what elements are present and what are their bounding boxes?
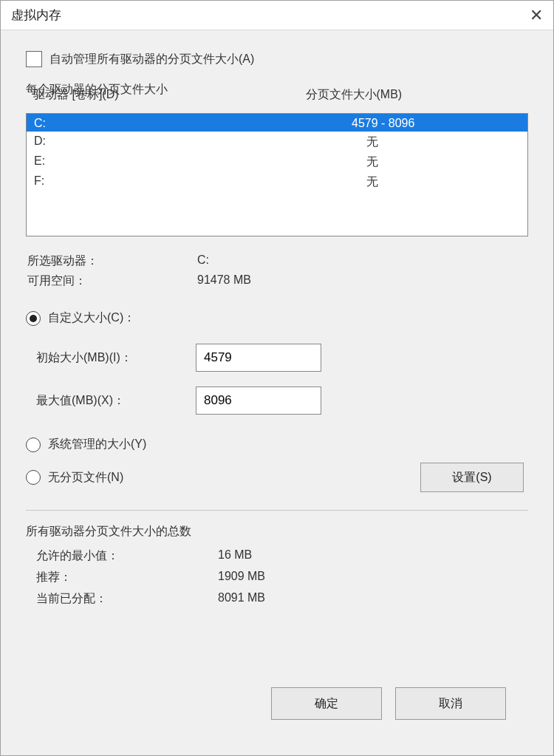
drive-paging-size: 4579 - 8096 <box>305 117 527 130</box>
cancel-button[interactable]: 取消 <box>395 687 506 720</box>
min-allowed-label: 允许的最小值： <box>36 548 218 564</box>
available-space-value: 91478 MB <box>197 273 527 289</box>
drive-name: C: <box>34 117 305 130</box>
custom-size-option[interactable]: 自定义大小(C)： <box>26 304 528 332</box>
radio-no-paging[interactable] <box>26 470 41 485</box>
recommended-label: 推荐： <box>36 570 218 585</box>
dialog-buttons: 确定 取消 <box>26 674 528 738</box>
window-title: 虚拟内存 <box>11 7 61 24</box>
drive-row[interactable]: F:无 <box>27 171 527 191</box>
drive-paging-size: 无 <box>305 174 527 190</box>
no-paging-label: 无分页文件(N) <box>48 470 123 486</box>
max-size-label: 最大值(MB)(X)： <box>36 393 196 409</box>
recommended-value: 1909 MB <box>218 570 527 585</box>
titlebar: 虚拟内存 ✕ <box>1 1 553 30</box>
custom-size-inputs: 初始大小(MB)(I)： 最大值(MB)(X)： <box>26 336 528 422</box>
selected-drive-value: C: <box>197 253 527 269</box>
drive-paging-size: 无 <box>305 154 527 170</box>
initial-size-input[interactable] <box>196 344 321 372</box>
auto-manage-row[interactable]: 自动管理所有驱动器的分页文件大小(A) <box>26 51 528 67</box>
radio-custom-size[interactable] <box>26 311 41 326</box>
drive-row[interactable]: C:4579 - 8096 <box>27 114 527 132</box>
selected-drive-label: 所选驱动器： <box>27 253 197 269</box>
totals-title: 所有驱动器分页文件大小的总数 <box>26 524 528 539</box>
current-allocated-value: 8091 MB <box>218 591 527 607</box>
drive-paging-size: 无 <box>305 134 527 150</box>
custom-size-label: 自定义大小(C)： <box>48 310 135 326</box>
drive-name: F: <box>34 174 305 190</box>
column-drive: 驱动器 [卷标](D) <box>33 87 306 103</box>
max-size-input[interactable] <box>196 386 321 415</box>
auto-manage-checkbox[interactable] <box>26 51 42 67</box>
close-icon[interactable]: ✕ <box>513 6 543 25</box>
drive-name: E: <box>34 154 305 170</box>
ok-button[interactable]: 确定 <box>271 687 382 720</box>
virtual-memory-dialog: 虚拟内存 ✕ 自动管理所有驱动器的分页文件大小(A) 每个驱动器的分页文件大小 … <box>0 0 554 756</box>
drive-row[interactable]: E:无 <box>27 151 527 171</box>
drive-name: D: <box>34 134 305 150</box>
system-managed-label: 系统管理的大小(Y) <box>48 437 146 452</box>
selected-drive-info: 所选驱动器： C: 可用空间： 91478 MB <box>26 248 528 294</box>
radio-system-managed[interactable] <box>26 437 41 452</box>
available-space-label: 可用空间： <box>27 273 197 289</box>
drive-row[interactable]: D:无 <box>27 132 527 151</box>
column-size: 分页文件大小(MB) <box>306 87 529 103</box>
drive-list[interactable]: C:4579 - 8096D:无E:无F:无 <box>26 113 528 236</box>
system-managed-option[interactable]: 系统管理的大小(Y) <box>26 431 528 458</box>
drive-list-header: 驱动器 [卷标](D) 分页文件大小(MB) <box>26 87 528 106</box>
current-allocated-label: 当前已分配： <box>36 591 218 607</box>
auto-manage-label: 自动管理所有驱动器的分页文件大小(A) <box>49 52 254 67</box>
initial-size-label: 初始大小(MB)(I)： <box>36 350 196 366</box>
totals-section: 所有驱动器分页文件大小的总数 允许的最小值： 16 MB 推荐： 1909 MB… <box>26 524 528 610</box>
set-button[interactable]: 设置(S) <box>420 463 524 492</box>
dialog-content: 自动管理所有驱动器的分页文件大小(A) 每个驱动器的分页文件大小 驱动器 [卷标… <box>1 30 553 755</box>
no-paging-option[interactable]: 无分页文件(N) <box>26 464 420 491</box>
divider <box>26 510 528 511</box>
min-allowed-value: 16 MB <box>218 548 527 564</box>
